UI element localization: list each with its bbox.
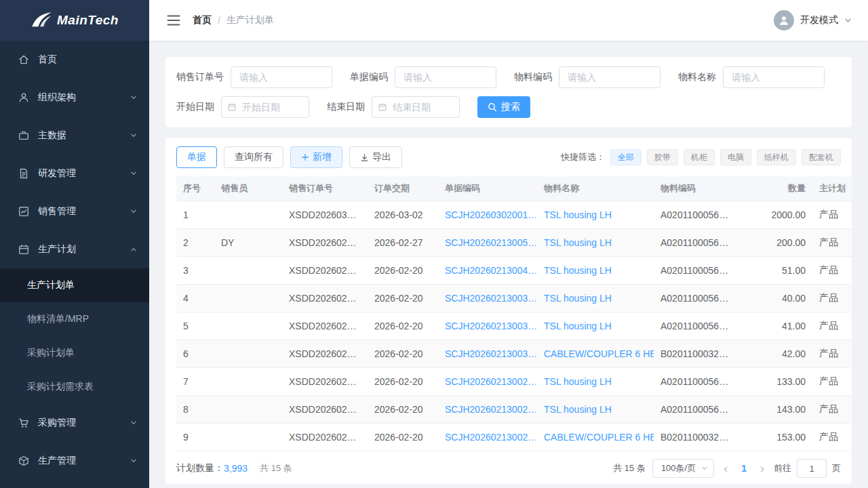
cell-material_name[interactable]: TSL housing LH <box>537 209 654 220</box>
submenu-item-bom-mrp[interactable]: 物料清单/MRP <box>0 302 149 336</box>
cell-seq: 1 <box>176 209 214 220</box>
column-header-material_code: 物料编码 <box>654 182 738 195</box>
query-all-button-label: 查询所有 <box>235 151 273 163</box>
current-page[interactable]: 1 <box>737 463 751 474</box>
cell-plan_type: 产品 <box>812 403 852 415</box>
sidebar-item-production-plan[interactable]: 生产计划 <box>0 230 149 268</box>
cell-material_name[interactable]: CABLEW/COUPLER 6 HE <box>537 432 654 443</box>
material-name-input[interactable] <box>723 66 825 88</box>
end-date-input[interactable] <box>372 96 460 118</box>
prev-page-button[interactable]: ‹ <box>721 462 730 474</box>
cell-material_name[interactable]: TSL housing LH <box>537 237 654 248</box>
cell-plan_type: 产品 <box>812 264 852 277</box>
table-toolbar: 单据 查询所有 新增 导出 快捷筛选： 全部胶带机 <box>165 138 852 176</box>
cell-material_name[interactable]: CABLEW/COUPLER 6 HE <box>537 348 654 359</box>
page-size-select[interactable]: 100条/页 <box>652 459 714 478</box>
cell-seq: 4 <box>176 293 214 304</box>
sales-order-input[interactable] <box>231 66 332 88</box>
cell-order_no: XSDD202602… <box>282 321 368 331</box>
quick-filter-chip[interactable]: 机柜 <box>684 149 715 165</box>
sidebar-item-home[interactable]: 首页 <box>0 41 149 79</box>
export-button[interactable]: 导出 <box>349 146 402 168</box>
quick-filter-chip[interactable]: 电脑 <box>720 149 751 165</box>
submenu-item-production-plan-order[interactable]: 生产计划单 <box>0 268 149 302</box>
cell-doc_code[interactable]: SCJH20260213002… <box>438 432 537 443</box>
sidebar-item-organization[interactable]: 组织架构 <box>0 79 149 117</box>
cell-doc_code[interactable]: SCJH20260213003… <box>438 293 537 304</box>
table-row: 1XSDD202603…2026-03-02SCJH20260302001…TS… <box>176 201 852 229</box>
filter-label: 结束日期 <box>327 101 365 113</box>
cell-doc_code[interactable]: SCJH20260213005… <box>438 237 537 248</box>
cell-quantity: 133.00 <box>738 376 812 387</box>
sidebar-item-label: 组织架构 <box>38 92 130 104</box>
search-icon <box>488 102 497 112</box>
cell-doc_code[interactable]: SCJH20260213002… <box>438 404 537 415</box>
cell-material_name[interactable]: TSL housing LH <box>537 376 654 387</box>
goto-page-input[interactable] <box>797 459 827 478</box>
cell-seq: 7 <box>176 376 214 387</box>
material-code-input[interactable] <box>559 66 660 88</box>
sidebar-item-production-mgmt[interactable]: 生产管理 <box>0 442 149 480</box>
cell-doc_code[interactable]: SCJH20260213003… <box>438 321 537 331</box>
submenu-item-purchase-plan-order[interactable]: 采购计划单 <box>0 336 149 370</box>
quick-filter-chip[interactable]: 胶带 <box>647 149 678 165</box>
sidebar-item-rnd[interactable]: 研发管理 <box>0 155 149 192</box>
cell-order_no: XSDD202602… <box>282 432 368 443</box>
sidebar-item-master-data[interactable]: 主数据 <box>0 117 149 155</box>
sidebar: MainTech 首页 组织架构 主数据 <box>0 0 149 488</box>
app-window: MainTech 首页 组织架构 主数据 <box>0 0 868 488</box>
cell-seq: 2 <box>176 237 214 248</box>
next-page-button[interactable]: › <box>757 462 767 474</box>
chevron-down-icon <box>130 94 137 101</box>
user-menu[interactable]: 开发模式 <box>774 10 852 30</box>
cell-material_name[interactable]: TSL housing LH <box>537 265 654 276</box>
sidebar-item-sales[interactable]: 销售管理 <box>0 192 149 230</box>
breadcrumb-home[interactable]: 首页 <box>193 14 212 26</box>
avatar <box>774 10 794 30</box>
table-row: 6XSDD202602…2026-02-20SCJH20260213003…CA… <box>176 340 852 368</box>
start-date-input[interactable] <box>221 96 309 118</box>
quick-filter-chip[interactable]: 纸样机 <box>757 149 796 165</box>
user-icon <box>18 92 30 104</box>
quick-filter-chip[interactable]: 全部 <box>610 149 642 165</box>
export-button-label: 导出 <box>372 151 391 163</box>
query-all-button[interactable]: 查询所有 <box>224 146 283 168</box>
cell-doc_code[interactable]: SCJH20260302001… <box>438 209 537 220</box>
sidebar-item-purchasing[interactable]: 采购管理 <box>0 404 149 442</box>
cell-delivery_date: 2026-02-20 <box>368 348 438 359</box>
doc-code-input[interactable] <box>395 66 496 88</box>
plan-qty-value[interactable]: 3,993 <box>224 463 248 474</box>
doc-button[interactable]: 单据 <box>176 146 217 168</box>
table-row: 8XSDD202602…2026-02-20SCJH20260213002…TS… <box>176 396 852 424</box>
search-button[interactable]: 搜索 <box>477 96 530 118</box>
filter-material-name: 物料名称 <box>678 66 825 88</box>
add-button[interactable]: 新增 <box>290 146 342 168</box>
cell-material_code: A0201100056… <box>654 404 738 415</box>
cell-delivery_date: 2026-02-20 <box>368 432 438 443</box>
topbar: 首页 / 生产计划单 开发模式 <box>149 0 868 41</box>
cell-delivery_date: 2026-02-20 <box>368 404 438 415</box>
sidebar-toggle-button[interactable] <box>167 14 180 26</box>
cell-material_code: A0201100056… <box>654 321 738 331</box>
cell-doc_code[interactable]: SCJH20260213003… <box>438 348 537 359</box>
calendar-icon <box>18 243 30 256</box>
cell-delivery_date: 2026-03-02 <box>368 209 438 220</box>
column-header-material_name: 物料名称 <box>537 182 654 195</box>
filter-start-date: 开始日期 <box>176 96 309 118</box>
quick-filter-chip[interactable]: 配套机 <box>802 149 841 165</box>
cell-quantity: 200.00 <box>738 237 812 248</box>
home-icon <box>18 54 30 66</box>
cell-quantity: 42.00 <box>738 348 812 359</box>
cell-doc_code[interactable]: SCJH20260213004… <box>438 265 537 276</box>
cell-material_name[interactable]: TSL housing LH <box>537 293 654 304</box>
cell-quantity: 153.00 <box>738 432 812 443</box>
cell-doc_code[interactable]: SCJH20260213002… <box>438 376 537 387</box>
cell-material_name[interactable]: TSL housing LH <box>537 321 654 331</box>
cell-material_code: A0201100056… <box>654 209 738 220</box>
cell-salesperson: DY <box>214 237 282 248</box>
filter-label: 物料名称 <box>678 71 716 83</box>
column-header-quantity: 数量 <box>738 182 812 195</box>
cell-material_name[interactable]: TSL housing LH <box>537 404 654 415</box>
cell-seq: 3 <box>176 265 214 276</box>
submenu-item-purchase-plan-demand[interactable]: 采购计划需求表 <box>0 370 149 404</box>
